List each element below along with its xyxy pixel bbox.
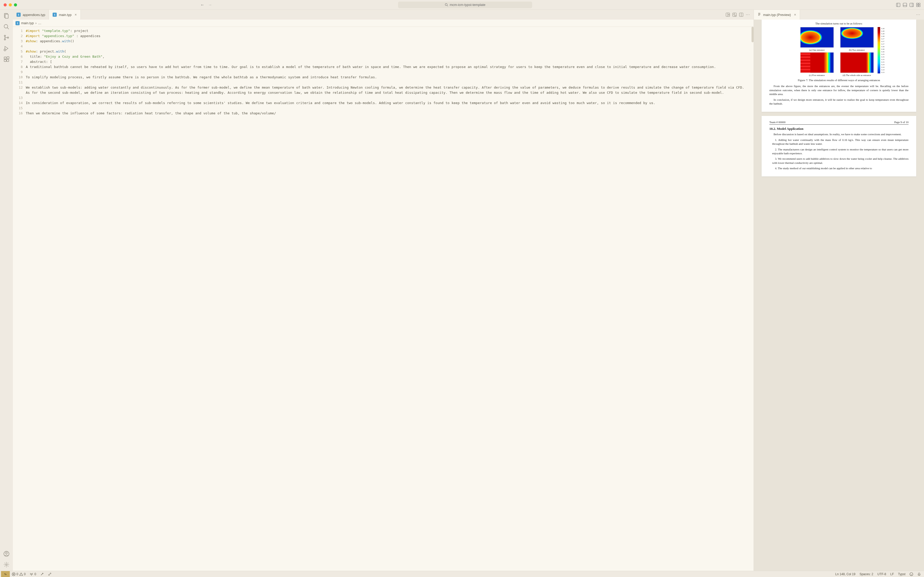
traffic-lights <box>3 3 17 6</box>
tab-label: main.typ <box>59 13 71 17</box>
breadcrumb-file: main.typ <box>21 21 34 25</box>
live-share-icon[interactable] <box>38 572 46 576</box>
command-center[interactable]: mcm-icm-typst-template <box>398 2 532 8</box>
layout-controls <box>896 3 921 7</box>
svg-point-17 <box>4 39 6 40</box>
titlebar: ← → mcm-icm-typst-template <box>0 0 924 10</box>
chevron-right-icon: › <box>36 21 36 25</box>
minimize-window[interactable] <box>9 3 12 6</box>
typst-file-icon: t <box>53 13 57 17</box>
toggle-secondary-sidebar-icon[interactable] <box>909 3 914 7</box>
settings-gear-icon[interactable] <box>3 562 10 568</box>
notifications-icon[interactable] <box>915 572 923 576</box>
activity-bar <box>0 10 13 571</box>
svg-rect-11 <box>919 5 920 7</box>
pdf-page: The simulation turns out to be as follow… <box>762 19 916 112</box>
nav-back-icon[interactable]: ← <box>200 3 204 7</box>
customize-layout-icon[interactable] <box>916 3 921 7</box>
preview-paragraph: From the above figure, the more the entr… <box>769 84 908 96</box>
subcaption-c: (c) Five entrance <box>809 74 825 76</box>
page-number: Page 9 of 10 <box>894 121 908 124</box>
scrollbar[interactable] <box>751 27 754 571</box>
colorbar: 3.183.183.183.183.173.173.173.163.163.16… <box>877 27 880 73</box>
svg-point-38 <box>910 573 913 576</box>
indentation[interactable]: Spaces: 2 <box>858 572 875 576</box>
search-icon[interactable] <box>3 24 10 30</box>
svg-rect-13 <box>5 14 8 18</box>
svg-rect-8 <box>916 3 918 5</box>
subcaption-d: (d) The whole side as entrance <box>843 74 871 76</box>
cursor-position[interactable]: Ln 148, Col 19 <box>833 572 858 576</box>
encoding[interactable]: UTF-8 <box>875 572 888 576</box>
preview-paragraph: Before discussion is based on ideal assu… <box>769 132 908 136</box>
svg-point-29 <box>728 14 729 15</box>
close-icon[interactable]: × <box>75 13 77 17</box>
tab-label: appendices.typ <box>23 13 45 17</box>
svg-point-16 <box>4 35 6 37</box>
figure-grid: 3.183.183.183.183.173.173.173.163.163.16… <box>798 27 880 76</box>
explorer-icon[interactable] <box>3 13 10 19</box>
close-icon[interactable]: × <box>794 13 796 17</box>
heatmap-c <box>800 52 834 73</box>
tab-preview[interactable]: main.typ (Preview) × <box>754 10 800 19</box>
nav-forward-icon: → <box>208 3 212 7</box>
subcaption-b: (b) Two entrance <box>849 49 865 51</box>
tab-appendices[interactable]: t appendices.typ <box>13 10 49 19</box>
close-window[interactable] <box>3 3 7 6</box>
page-header: Team # 00000 Page 9 of 10 <box>769 119 908 125</box>
editor-actions: ··· <box>722 10 754 19</box>
svg-point-0 <box>445 3 447 6</box>
heatmap-d <box>840 52 874 73</box>
scrollbar-thumb[interactable] <box>751 27 754 42</box>
typst-status-icon[interactable] <box>46 572 53 576</box>
svg-rect-10 <box>916 5 918 7</box>
pdf-page: Team # 00000 Page 9 of 10 10.2. Model Ap… <box>762 116 916 176</box>
nav-arrows: ← → <box>200 3 212 7</box>
preview-file-icon <box>758 13 761 17</box>
svg-rect-4 <box>903 3 907 7</box>
colorbar-labels: 3.183.183.183.183.173.173.173.163.163.16… <box>881 27 884 73</box>
maximize-window[interactable] <box>14 3 17 6</box>
preview-viewport[interactable]: The simulation turns out to be as follow… <box>754 19 924 571</box>
svg-rect-21 <box>4 60 6 61</box>
breadcrumb[interactable]: t main.typ › … <box>13 19 754 27</box>
svg-rect-9 <box>919 3 920 5</box>
split-editor-icon[interactable] <box>739 13 743 17</box>
account-icon[interactable] <box>3 551 10 557</box>
svg-point-25 <box>6 552 8 554</box>
svg-line-15 <box>7 27 9 29</box>
numbered-list: 1. Adding hot water continually with the… <box>772 138 908 171</box>
editor-tabs: t appendices.typ t main.typ × ··· <box>13 10 754 19</box>
heatmap-a <box>800 27 834 48</box>
search-icon <box>445 3 448 6</box>
tab-label: main.typ (Preview) <box>763 13 791 17</box>
run-debug-icon[interactable] <box>3 45 10 52</box>
diff-icon[interactable] <box>732 13 737 17</box>
code-editor[interactable]: 123456789101112 13141516 #import "templa… <box>13 27 754 571</box>
svg-rect-22 <box>7 60 9 61</box>
eol[interactable]: LF <box>888 572 896 576</box>
editor-group-right: main.typ (Preview) × ··· The simulation … <box>754 10 924 571</box>
toggle-primary-sidebar-icon[interactable] <box>896 3 900 7</box>
source-control-icon[interactable] <box>3 34 10 41</box>
editor-group-left: t appendices.typ t main.typ × ··· <box>13 10 754 571</box>
ports-status[interactable]: 0 <box>27 572 38 576</box>
figure-caption: Figure 7: The simulation results of diff… <box>769 79 908 82</box>
remote-indicator[interactable] <box>1 571 10 577</box>
preview-paragraph: In conclusion, if we design more entranc… <box>769 98 908 106</box>
more-actions-icon[interactable]: ··· <box>916 12 921 17</box>
extensions-icon[interactable] <box>3 56 10 62</box>
feedback-icon[interactable] <box>908 572 915 576</box>
svg-rect-6 <box>910 3 913 7</box>
code-content[interactable]: #import "template.typ": project#import "… <box>26 27 754 571</box>
error-icon <box>12 572 16 576</box>
language-mode[interactable]: Typst <box>896 572 908 576</box>
line-gutter: 123456789101112 13141516 <box>13 27 26 571</box>
more-actions-icon[interactable]: ··· <box>746 12 750 17</box>
toggle-panel-icon[interactable] <box>903 3 907 7</box>
breadcrumb-rest: … <box>38 21 41 25</box>
radio-tower-icon <box>30 572 33 576</box>
preview-icon[interactable] <box>726 13 730 17</box>
problems-status[interactable]: 0 0 <box>10 572 27 576</box>
tab-main[interactable]: t main.typ × <box>49 10 81 19</box>
